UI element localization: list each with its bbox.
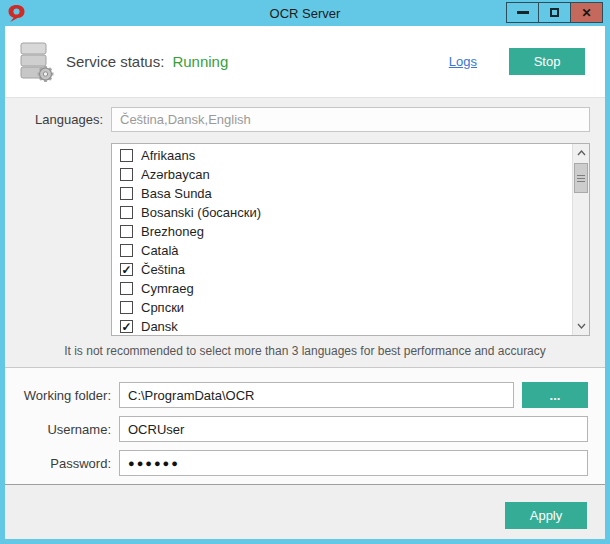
languages-note: It is not recommended to select more tha… xyxy=(5,344,605,358)
checkbox-unchecked-icon[interactable] xyxy=(120,206,133,219)
ocr-server-window: OCR Server ✕ xyxy=(0,0,610,544)
checkbox-unchecked-icon[interactable] xyxy=(120,149,133,162)
window-controls: ✕ xyxy=(507,2,603,23)
checkbox-unchecked-icon[interactable] xyxy=(120,244,133,257)
maximize-button[interactable] xyxy=(538,2,571,23)
language-list-item[interactable]: Basa Sunda xyxy=(118,184,571,203)
status-section: Service status: Running Logs Stop xyxy=(5,26,605,98)
language-label: Afrikaans xyxy=(141,148,195,163)
checkbox-checked-icon[interactable]: ✓ xyxy=(120,263,133,276)
language-list-item[interactable]: Azərbaycan xyxy=(118,165,571,184)
scroll-up-icon[interactable] xyxy=(573,145,589,161)
language-label: Српски xyxy=(141,300,184,315)
working-folder-field[interactable] xyxy=(119,382,514,408)
password-field[interactable] xyxy=(119,450,588,476)
minimize-button[interactable] xyxy=(506,2,539,23)
titlebar: OCR Server ✕ xyxy=(0,0,610,26)
footer-section: Apply xyxy=(5,485,605,539)
language-label: Basa Sunda xyxy=(141,186,212,201)
language-list-item[interactable]: Cymraeg xyxy=(118,279,571,298)
browse-button[interactable]: ... xyxy=(522,382,588,408)
gear-icon xyxy=(38,66,54,82)
languages-section: Languages: AfrikaansAzərbaycanBasa Sunda… xyxy=(5,98,605,368)
apply-button[interactable]: Apply xyxy=(505,502,587,529)
working-folder-label: Working folder: xyxy=(5,388,111,403)
server-icon xyxy=(18,41,54,83)
checkbox-unchecked-icon[interactable] xyxy=(120,187,133,200)
username-label: Username: xyxy=(5,422,111,437)
language-list-item[interactable]: Català xyxy=(118,241,571,260)
language-list-item[interactable]: Afrikaans xyxy=(118,146,571,165)
password-label: Password: xyxy=(5,456,111,471)
checkbox-checked-icon[interactable]: ✓ xyxy=(120,320,133,333)
language-list-item[interactable]: Bosanski (босански) xyxy=(118,203,571,222)
language-list-item[interactable]: Српски xyxy=(118,298,571,317)
checkbox-unchecked-icon[interactable] xyxy=(120,168,133,181)
language-label: Čeština xyxy=(141,262,185,277)
language-label: Brezhoneg xyxy=(141,224,204,239)
language-label: Català xyxy=(141,243,179,258)
language-label: Bosanski (босански) xyxy=(141,205,261,220)
service-status-label: Service status: xyxy=(66,53,164,70)
language-label: Azərbaycan xyxy=(141,167,210,182)
language-list-item[interactable]: Brezhoneg xyxy=(118,222,571,241)
stop-button[interactable]: Stop xyxy=(509,48,585,75)
checkbox-unchecked-icon[interactable] xyxy=(120,301,133,314)
maximize-icon xyxy=(550,8,559,17)
scrollbar[interactable] xyxy=(572,144,589,335)
language-label: Dansk xyxy=(141,319,178,334)
checkbox-unchecked-icon[interactable] xyxy=(120,225,133,238)
language-list-items: AfrikaansAzərbaycanBasa SundaBosanski (б… xyxy=(118,146,571,336)
settings-form-section: Working folder: ... Username: Password: xyxy=(5,368,605,485)
close-button[interactable]: ✕ xyxy=(570,2,603,23)
logs-link[interactable]: Logs xyxy=(449,54,477,69)
language-list-item[interactable]: ✓Dansk xyxy=(118,317,571,336)
service-status-value: Running xyxy=(172,53,228,70)
language-list: AfrikaansAzərbaycanBasa SundaBosanski (б… xyxy=(111,143,590,336)
language-label: Cymraeg xyxy=(141,281,194,296)
close-icon: ✕ xyxy=(581,7,591,19)
languages-label: Languages: xyxy=(35,112,103,127)
window-content: Service status: Running Logs Stop Langua… xyxy=(5,26,605,539)
scrollbar-thumb[interactable] xyxy=(574,163,588,193)
checkbox-unchecked-icon[interactable] xyxy=(120,282,133,295)
scrollbar-gripper-icon xyxy=(577,175,585,182)
username-field[interactable] xyxy=(119,416,588,442)
language-list-item[interactable]: ✓Čeština xyxy=(118,260,571,279)
scroll-down-icon[interactable] xyxy=(573,318,589,334)
minimize-icon xyxy=(517,11,529,14)
selected-languages-field[interactable] xyxy=(111,107,590,132)
